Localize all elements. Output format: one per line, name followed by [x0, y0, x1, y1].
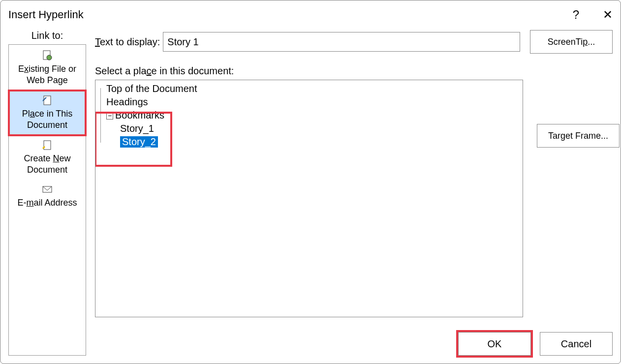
tree-and-side-row: Top of the Document Headings −Bookmarks …: [95, 80, 613, 317]
tree-root: Top of the Document Headings −Bookmarks …: [98, 82, 520, 149]
svg-rect-4: [44, 141, 51, 150]
sidebar-item-create-new-document[interactable]: Create New Document: [9, 135, 86, 180]
tree-item-bookmarks[interactable]: −Bookmarks: [104, 109, 520, 122]
text-to-display-row: Text to display: ScreenTip...: [95, 30, 613, 54]
sidebar-item-place-in-document[interactable]: Place in This Document: [9, 91, 86, 135]
svg-point-1: [47, 55, 52, 60]
text-to-display-input[interactable]: [163, 32, 520, 52]
side-buttons-column: Target Frame...: [530, 80, 613, 317]
collapse-icon[interactable]: −: [106, 113, 113, 120]
bottom-button-row: OK Cancel: [95, 317, 613, 356]
link-to-panel: Existing File or Web Page Place in This …: [8, 44, 86, 356]
select-place-label: Select a place in this document:: [95, 65, 613, 77]
dialog-content: Link to: Existing File or Web Page Place…: [0, 25, 621, 364]
target-frame-button[interactable]: Target Frame...: [537, 124, 620, 148]
document-place-tree[interactable]: Top of the Document Headings −Bookmarks …: [95, 80, 523, 317]
screentip-button[interactable]: ScreenTip...: [530, 30, 613, 54]
link-to-sidebar: Link to: Existing File or Web Page Place…: [8, 30, 86, 356]
tree-item-story-2[interactable]: Story_2: [118, 135, 520, 149]
sidebar-item-email-address[interactable]: E-mail Address: [9, 180, 86, 212]
tree-item-headings[interactable]: Headings: [104, 95, 520, 109]
text-to-display-label: Text to display:: [95, 36, 160, 48]
help-icon[interactable]: ?: [573, 8, 579, 22]
document-place-icon: [41, 94, 53, 106]
titlebar-controls: ? ✕: [573, 8, 613, 22]
email-icon: [41, 183, 53, 195]
tree-item-top-of-document[interactable]: Top of the Document: [104, 82, 520, 95]
new-document-icon: [41, 139, 53, 151]
ok-button[interactable]: OK: [458, 332, 531, 356]
titlebar: Insert Hyperlink ? ✕: [0, 0, 621, 25]
file-web-icon: [41, 50, 53, 61]
dialog-title: Insert Hyperlink: [8, 8, 84, 21]
link-to-label: Link to:: [8, 30, 86, 41]
insert-hyperlink-dialog: Insert Hyperlink ? ✕ Link to: Existing F…: [0, 0, 621, 364]
svg-rect-2: [44, 96, 51, 105]
main-panel: Text to display: ScreenTip... Select a p…: [86, 30, 613, 356]
cancel-button[interactable]: Cancel: [540, 332, 613, 356]
close-icon[interactable]: ✕: [603, 8, 613, 22]
tree-item-story-1[interactable]: Story_1: [118, 122, 520, 135]
sidebar-item-existing-file[interactable]: Existing File or Web Page: [9, 46, 86, 91]
bookmarks-children: Story_1 Story_2: [104, 122, 520, 149]
